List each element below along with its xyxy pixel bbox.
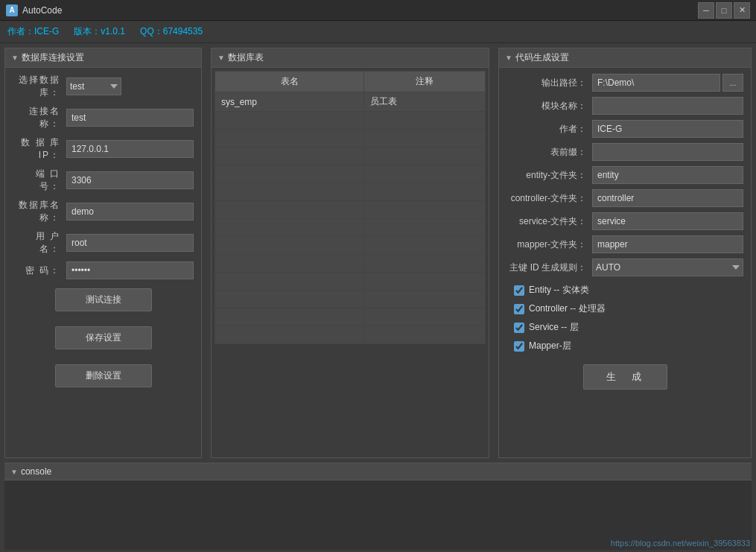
connection-name-input[interactable]	[66, 109, 194, 127]
author-text: 作者：ICE-G	[7, 25, 59, 38]
db-name-label: 数据库名称：	[13, 199, 66, 224]
db-name-input[interactable]	[66, 203, 194, 221]
table-row[interactable]	[215, 273, 486, 291]
controller-folder-input[interactable]	[592, 189, 743, 207]
cell-table-name	[215, 255, 364, 273]
service-folder-input[interactable]	[592, 212, 743, 230]
cell-comment	[364, 273, 486, 291]
table-row[interactable]	[215, 112, 486, 130]
password-input[interactable]	[66, 261, 194, 279]
mapper-folder-input[interactable]	[592, 235, 743, 253]
connection-name-label: 连接名称：	[13, 105, 66, 130]
left-panel-arrow: ▼	[11, 54, 19, 62]
table-row[interactable]	[215, 326, 486, 344]
restore-button[interactable]: □	[716, 2, 732, 19]
db-ip-row: 数 据 库 IP：	[13, 136, 194, 162]
app-icon: A	[6, 4, 18, 16]
cell-comment	[364, 165, 486, 183]
checkbox-controller-row: Controller -- 处理器	[514, 302, 743, 315]
generate-button[interactable]: 生 成	[583, 364, 667, 390]
password-row: 密 码：	[13, 261, 194, 279]
checkbox-mapper[interactable]	[514, 341, 524, 352]
entity-folder-input[interactable]	[592, 166, 743, 184]
cell-comment	[364, 255, 486, 273]
cell-table-name	[215, 273, 364, 291]
password-label: 密 码：	[13, 264, 66, 277]
checkbox-mapper-label: Mapper-层	[529, 340, 571, 352]
cell-table-name: sys_emp	[215, 92, 364, 112]
cell-comment	[364, 237, 486, 255]
table-row[interactable]	[215, 237, 486, 255]
cell-comment	[364, 326, 486, 344]
right-panel-header: ▼ 代码生成设置	[499, 48, 751, 68]
port-input[interactable]	[66, 171, 194, 189]
mapper-folder-label: mapper-文件夹：	[506, 238, 592, 251]
output-path-input[interactable]	[592, 74, 720, 92]
cell-table-name	[215, 165, 364, 183]
table-prefix-label: 表前缀：	[506, 146, 592, 159]
db-name-row: 数据库名称：	[13, 199, 194, 224]
cell-table-name	[215, 130, 364, 147]
db-ip-input[interactable]	[66, 140, 194, 158]
subtitlebar: 作者：ICE-G 版本：v1.0.1 QQ：67494535	[0, 21, 756, 43]
table-row[interactable]	[215, 291, 486, 308]
test-connection-row: 测试连接	[13, 288, 194, 317]
output-path-row: 输出路径： ...	[506, 74, 743, 92]
console-arrow: ▼	[10, 468, 18, 476]
table-prefix-input[interactable]	[592, 143, 743, 161]
module-name-input[interactable]	[592, 97, 743, 115]
table-row[interactable]	[215, 219, 486, 237]
save-settings-button[interactable]: 保存设置	[55, 326, 152, 349]
cell-comment	[364, 130, 486, 147]
table-row[interactable]	[215, 183, 486, 201]
checkbox-service-row: Service -- 层	[514, 321, 743, 334]
col-table-name: 表名	[215, 72, 364, 92]
close-button[interactable]: ✕	[734, 2, 750, 19]
author-input[interactable]	[592, 120, 743, 138]
right-panel-arrow: ▼	[505, 54, 512, 62]
controller-folder-row: controller-文件夹：	[506, 189, 743, 207]
middle-panel-arrow: ▼	[217, 54, 225, 62]
connection-name-row: 连接名称：	[13, 105, 194, 130]
table-row[interactable]	[215, 165, 486, 183]
table-row[interactable]: sys_emp员工表	[215, 92, 486, 112]
checkbox-service-label: Service -- 层	[529, 321, 579, 334]
select-db-dropdown[interactable]: test localhost demo	[66, 77, 121, 95]
delete-settings-button[interactable]: 删除设置	[55, 364, 152, 387]
author-label: 作者：	[506, 123, 592, 136]
table-row[interactable]	[215, 130, 486, 147]
primary-key-label: 主键 ID 生成规则：	[506, 261, 592, 274]
primary-key-select[interactable]: AUTO UUID NONE	[592, 258, 743, 276]
checkbox-controller[interactable]	[514, 304, 524, 314]
browse-button[interactable]: ...	[722, 74, 743, 92]
table-row[interactable]	[215, 147, 486, 165]
cell-table-name	[215, 237, 364, 255]
entity-folder-label: entity-文件夹：	[506, 169, 592, 182]
author-row: 作者：	[506, 120, 743, 138]
table-prefix-row: 表前缀：	[506, 143, 743, 161]
cell-comment	[364, 308, 486, 326]
controller-folder-label: controller-文件夹：	[506, 192, 592, 205]
table-row[interactable]	[215, 201, 486, 219]
checkbox-section: Entity -- 实体类 Controller -- 处理器 Service …	[506, 284, 743, 352]
minimize-button[interactable]: ─	[698, 2, 714, 19]
right-panel-title: 代码生成设置	[515, 51, 569, 64]
select-db-row: 选择数据库： test localhost demo	[13, 74, 194, 99]
username-row: 用 户 名：	[13, 230, 194, 256]
main-area: ▼ 数据库连接设置 选择数据库： test localhost demo 连接名…	[0, 43, 756, 463]
username-input[interactable]	[66, 234, 194, 252]
cell-comment	[364, 201, 486, 219]
col-comment: 注释	[364, 72, 486, 92]
cell-comment	[364, 291, 486, 308]
titlebar-controls: ─ □ ✕	[698, 2, 750, 19]
checkbox-service[interactable]	[514, 323, 524, 333]
service-folder-label: service-文件夹：	[506, 215, 592, 228]
db-table: 表名 注释 sys_emp员工表	[215, 71, 486, 344]
test-connection-button[interactable]: 测试连接	[55, 288, 152, 311]
cell-comment	[364, 183, 486, 201]
table-row[interactable]	[215, 255, 486, 273]
module-name-row: 模块名称：	[506, 97, 743, 115]
checkbox-entity[interactable]	[514, 285, 524, 296]
table-row[interactable]	[215, 308, 486, 326]
entity-folder-row: entity-文件夹：	[506, 166, 743, 184]
